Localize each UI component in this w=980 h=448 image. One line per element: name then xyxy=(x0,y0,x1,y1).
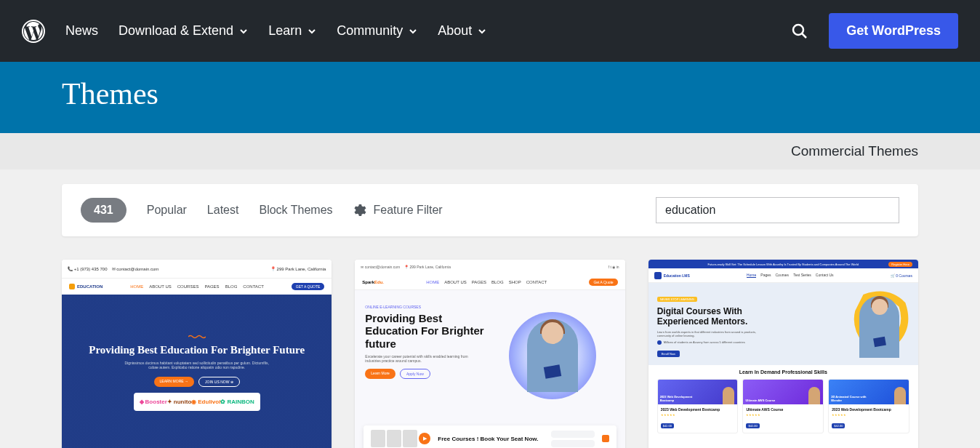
theme-preview-section: Learn In Demand Professional Skills 2023… xyxy=(648,365,918,438)
nav-learn[interactable]: Learn xyxy=(268,23,316,39)
themes-grid: 📞 +1 (973) 435 700✉ contact@domain.com📍 … xyxy=(0,236,980,448)
nav-about[interactable]: About xyxy=(438,23,486,39)
theme-card[interactable]: ✉ contact@domain.com📍 299 Park Lane, Cal… xyxy=(355,260,624,448)
theme-preview-topbar: ✉ contact@domain.com📍 299 Park Lane, Cal… xyxy=(355,260,624,274)
page-title: Themes xyxy=(62,76,918,111)
theme-card[interactable]: 📞 +1 (973) 435 700✉ contact@domain.com📍 … xyxy=(62,260,332,448)
commercial-themes-link[interactable]: Commercial Themes xyxy=(791,143,918,159)
nav-news-label: News xyxy=(65,23,98,39)
theme-preview-hero: Providing Best Education For Brighter Fu… xyxy=(62,295,332,448)
chevron-down-icon xyxy=(478,27,486,36)
theme-preview-topbar: 📞 +1 (973) 435 700✉ contact@domain.com📍 … xyxy=(62,260,332,279)
chevron-down-icon xyxy=(239,27,248,36)
gear-icon xyxy=(353,204,366,217)
chevron-down-icon xyxy=(409,27,417,36)
theme-preview-hero: NEVER STOP LEARNING Digital Courses With… xyxy=(648,283,918,365)
theme-preview-nav: EDUCATION HOMEABOUT USCOURSESPAGESBLOGCO… xyxy=(62,279,332,295)
filter-block-themes[interactable]: Block Themes xyxy=(259,204,332,217)
filter-popular[interactable]: Popular xyxy=(147,204,187,217)
nav-links: News Download & Extend Learn Community A… xyxy=(65,23,771,39)
feature-filter-label: Feature Filter xyxy=(374,204,443,217)
theme-search-input[interactable] xyxy=(656,197,899,223)
nav-learn-label: Learn xyxy=(268,23,302,39)
nav-download-label: Download & Extend xyxy=(119,23,233,39)
theme-preview-nav: Education LMS HomePagesCoursesTest Serie… xyxy=(648,268,918,283)
result-count-badge: 431 xyxy=(81,198,126,223)
search-icon[interactable] xyxy=(791,23,808,40)
nav-community-label: Community xyxy=(337,23,403,39)
feature-filter-button[interactable]: Feature Filter xyxy=(353,204,443,217)
theme-card[interactable]: Future-ready Skill Set: The Schedule Les… xyxy=(648,260,918,448)
theme-preview-footer-card: ▶ Free Courses ! Book Your Seat Now. xyxy=(364,425,616,448)
nav-about-label: About xyxy=(438,23,472,39)
wordpress-logo-icon[interactable] xyxy=(22,20,45,43)
theme-preview-nav: SparkEdu. HOMEABOUT USPAGESBLOGSHOPCONTA… xyxy=(355,274,624,290)
filter-latest[interactable]: Latest xyxy=(207,204,239,217)
theme-preview-banner: Future-ready Skill Set: The Schedule Les… xyxy=(648,260,918,268)
chevron-down-icon xyxy=(308,27,316,36)
nav-download[interactable]: Download & Extend xyxy=(119,23,248,39)
nav-news[interactable]: News xyxy=(65,23,98,39)
page-header: Themes xyxy=(0,62,980,133)
nav-community[interactable]: Community xyxy=(337,23,417,39)
filter-bar: 431 Popular Latest Block Themes Feature … xyxy=(62,184,918,236)
svg-point-1 xyxy=(793,25,803,35)
sub-bar: Commercial Themes xyxy=(0,133,980,169)
theme-preview-hero: ONLINE E-LEARNING COURSES Providing Best… xyxy=(355,290,624,421)
get-wordpress-button[interactable]: Get WordPress xyxy=(829,13,958,49)
top-nav-bar: News Download & Extend Learn Community A… xyxy=(0,0,980,62)
